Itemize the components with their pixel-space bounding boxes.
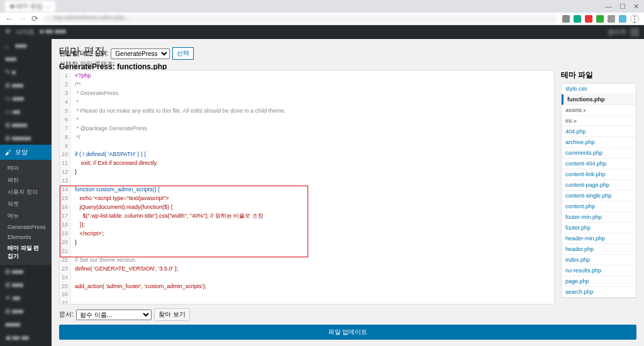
sidebar-item[interactable]: ⊞ ■■■■	[0, 118, 52, 131]
code-line[interactable]: 16 jQuery(document).ready(function($) {	[60, 203, 554, 212]
brush-icon: 🖌	[5, 149, 11, 155]
file-item[interactable]: content-link.php	[562, 169, 636, 180]
code-line[interactable]: 5 * Please do not make any edits to this…	[60, 107, 554, 116]
sidebar-item[interactable]: ⊞ ■■■	[0, 278, 52, 291]
code-line[interactable]: 22// Set our theme version.	[60, 256, 554, 265]
code-line[interactable]: 1<?php	[60, 72, 554, 81]
file-item[interactable]: footer.php	[562, 223, 636, 233]
submenu-patterns[interactable]: 패턴	[0, 174, 52, 186]
code-line[interactable]: 21	[60, 247, 554, 256]
submenu-widgets[interactable]: 워젯	[0, 198, 52, 210]
nav-back[interactable]: ←	[5, 14, 13, 23]
file-item[interactable]: page.php	[562, 276, 636, 287]
sidebar-item[interactable]: ⊞ ■■■	[0, 79, 52, 92]
code-line[interactable]: 24	[60, 274, 554, 282]
extension-icon[interactable]	[574, 15, 581, 23]
submenu-elements[interactable]: Elements	[0, 232, 52, 242]
browser-tab[interactable]: ■ 테마 편집 …	[5, 1, 55, 12]
code-line[interactable]: 18 });	[60, 221, 554, 230]
sidebar-item[interactable]: ✎ ■	[0, 65, 52, 79]
code-line[interactable]: 13	[60, 177, 554, 186]
file-item[interactable]: functions.php	[562, 94, 636, 105]
sidebar-item-appearance[interactable]: 🖌 모양	[0, 145, 52, 160]
extension-icon[interactable]	[596, 15, 604, 23]
browser-menu-icon[interactable]: ⋮	[630, 14, 639, 23]
window-close[interactable]: ✕	[633, 3, 639, 11]
file-item[interactable]: assets	[562, 105, 636, 116]
sidebar-item[interactable]: ☀ ■■	[0, 291, 52, 304]
docs-lookup-button[interactable]: 찾아 보기	[154, 308, 190, 321]
file-list-title: 테마 파일	[561, 70, 636, 81]
code-line[interactable]: 15 echo '<script type="text/javascript">	[60, 194, 554, 203]
submenu-menus[interactable]: 메뉴	[0, 210, 52, 222]
code-line[interactable]: 12}	[60, 168, 554, 177]
code-line[interactable]: 10if ( ! defined( 'ABSPATH' ) ) {	[60, 150, 554, 159]
code-line[interactable]: 2/**	[60, 81, 554, 89]
file-item[interactable]: header-min.php	[562, 233, 636, 244]
code-editor[interactable]: 1<?php2/**3 * GeneratePress.4 *5 * Pleas…	[59, 70, 555, 304]
selected-file-label: 선택한 파일 콘텐츠:	[59, 60, 636, 69]
code-line[interactable]: 7 * @package GeneratePress	[60, 125, 554, 133]
code-line[interactable]: 17 $(".wp-list-table .column-title").css…	[60, 212, 554, 221]
file-item[interactable]: content-page.php	[562, 180, 636, 191]
code-line[interactable]: 14function custom_admin_scripts() {	[60, 186, 554, 194]
file-item[interactable]: footer-min.php	[562, 212, 636, 223]
docs-select[interactable]: 함수 이름…	[76, 310, 152, 320]
sidebar-item[interactable]: ⊞ ■■■	[0, 304, 52, 318]
sidebar-submenu-appearance: 테마 패턴 사용자 정의 워젯 메뉴 GeneratePress Element…	[0, 160, 52, 265]
code-line[interactable]: 23define( 'GENERATE_VERSION', '3.5.0' );	[60, 265, 554, 274]
sidebar-item[interactable]: ▭ ■■■	[0, 92, 52, 105]
code-line[interactable]: 6 *	[60, 116, 554, 125]
theme-select-button[interactable]: 선택	[172, 47, 194, 60]
file-item[interactable]: header.php	[562, 244, 636, 255]
code-line[interactable]: 3 * GeneratePress.	[60, 89, 554, 98]
code-line[interactable]: 19 </script>';	[60, 230, 554, 238]
wp-admin-bar: ⚙사이트■ ■■ ■■■ 관리자	[0, 25, 644, 39]
extension-icon[interactable]	[619, 15, 626, 23]
code-line[interactable]: 20}	[60, 238, 554, 247]
sidebar-item[interactable]: ⊞ ■■■	[0, 265, 52, 278]
file-update-button[interactable]: 파일 업데이트	[59, 325, 636, 340]
browser-tab-bar: ■ 테마 편집 … — ☐ ✕	[0, 0, 644, 13]
file-item[interactable]: comments.php	[562, 148, 636, 159]
file-item[interactable]: searchform.php	[562, 298, 636, 298]
extension-icon[interactable]	[562, 15, 570, 23]
submenu-themes[interactable]: 테마	[0, 162, 52, 174]
sidebar-item[interactable]: ■■■■	[0, 318, 52, 331]
code-line[interactable]: 8 */	[60, 133, 554, 142]
file-item[interactable]: 404.php	[562, 126, 636, 137]
theme-select[interactable]: GeneratePress	[111, 48, 170, 59]
submenu-customize[interactable]: 사용자 정의	[0, 186, 52, 198]
url-bar[interactable]: …/wp-admin/theme-editor.php…	[43, 14, 557, 23]
extension-icon[interactable]	[585, 15, 592, 23]
code-line[interactable]: 27	[60, 299, 554, 304]
code-line[interactable]: 11 exit; // Exit if accessed directly.	[60, 159, 554, 168]
file-item[interactable]: search.php	[562, 287, 636, 298]
file-item[interactable]: style.css	[562, 84, 636, 94]
extension-icon[interactable]	[608, 15, 615, 23]
file-item[interactable]: content-single.php	[562, 191, 636, 201]
window-maximize[interactable]: ☐	[619, 3, 626, 11]
sidebar-item[interactable]: ◀ ■■ ■■	[0, 331, 52, 344]
code-line[interactable]: 26	[60, 291, 554, 299]
code-line[interactable]: 9	[60, 142, 554, 151]
submenu-theme-editor[interactable]: 테마 파일 편집기	[0, 242, 52, 262]
sidebar-item[interactable]: ▭ ■■	[0, 105, 52, 118]
window-minimize[interactable]: —	[605, 3, 612, 11]
code-line[interactable]: 25add_action( 'admin_footer', 'custom_ad…	[60, 282, 554, 291]
wp-sidebar: ⌂ ■■■ ■■■ ✎ ■ ⊞ ■■■ ▭ ■■■ ▭ ■■ ⊞ ■■■■ ⊞ …	[0, 25, 52, 346]
file-item[interactable]: inc	[562, 116, 636, 126]
nav-reload[interactable]: ⟳	[31, 14, 38, 23]
sidebar-item[interactable]: ⊞ ■■■■■	[0, 131, 52, 145]
file-item[interactable]: no-results.php	[562, 265, 636, 276]
sidebar-item[interactable]: ⌂ ■■■	[0, 39, 52, 52]
theme-select-label: 편집할 테마 선택:	[59, 49, 108, 58]
code-line[interactable]: 4 *	[60, 98, 554, 107]
browser-nav: ← → ⟳ …/wp-admin/theme-editor.php… ⋮	[0, 13, 644, 25]
file-item[interactable]: content-404.php	[562, 159, 636, 169]
submenu-generatepress[interactable]: GeneratePress	[0, 222, 52, 232]
sidebar-item[interactable]: ■■■	[0, 52, 52, 65]
file-item[interactable]: archive.php	[562, 137, 636, 148]
file-item[interactable]: content.php	[562, 201, 636, 212]
file-item[interactable]: index.php	[562, 255, 636, 265]
